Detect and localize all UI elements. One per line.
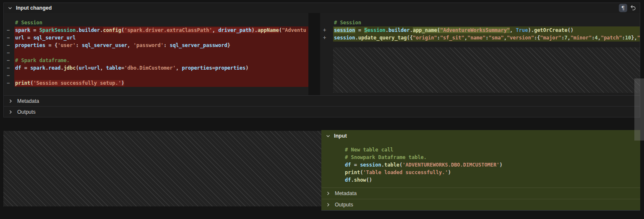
original-code: # Session−spark = SparkSession.builder.c… bbox=[4, 19, 308, 87]
code-line: −url = sql_server_url bbox=[4, 34, 308, 42]
added-cell-code[interactable]: # New table call# Snowpark Dataframe tab… bbox=[334, 146, 640, 184]
chevron-right-icon bbox=[326, 202, 331, 207]
minus-marker: − bbox=[7, 79, 10, 87]
diff-cell-input-changed: Input changed ¶ # Session−spark = SparkS… bbox=[3, 3, 640, 117]
code-line: −spark = SparkSession.builder.config('sp… bbox=[4, 26, 308, 34]
code-line: df = session.table('ADVENTUREWORKS.DBO.D… bbox=[334, 161, 640, 169]
minus-marker: − bbox=[7, 72, 10, 79]
minus-marker: − bbox=[7, 64, 10, 72]
toggle-whitespace-button[interactable]: ¶ bbox=[619, 4, 627, 12]
outputs-label: Outputs bbox=[17, 109, 36, 115]
code-line: # Session bbox=[320, 19, 640, 26]
code-line: +session.update_query_tag({"origin":"sf_… bbox=[320, 34, 640, 42]
code-line: # Snowpark Dataframe table. bbox=[334, 154, 640, 161]
code-line: −print('Session successfully setup.') bbox=[4, 79, 308, 87]
deleted-lines-placeholder bbox=[333, 47, 640, 93]
metadata-label: Metadata bbox=[17, 98, 39, 104]
metadata-section-row[interactable]: Metadata bbox=[4, 95, 640, 106]
outputs-label: Outputs bbox=[335, 202, 353, 208]
vertical-scrollbar-thumb[interactable] bbox=[634, 78, 644, 141]
metadata-label: Metadata bbox=[335, 190, 357, 196]
plus-marker: + bbox=[323, 34, 326, 42]
code-line: −properties = {'user': sql_server_user, … bbox=[4, 42, 308, 49]
code-line: # New table call bbox=[334, 146, 640, 154]
chevron-down-icon[interactable] bbox=[326, 133, 331, 138]
minus-marker: − bbox=[7, 49, 10, 57]
original-code-pane[interactable]: # Session−spark = SparkSession.builder.c… bbox=[4, 13, 308, 95]
metadata-section-row[interactable]: Metadata bbox=[321, 188, 640, 199]
minus-marker: − bbox=[7, 42, 10, 49]
minus-marker: − bbox=[7, 26, 10, 34]
cell-header-title: Input changed bbox=[16, 5, 52, 11]
pilcrow-icon: ¶ bbox=[621, 5, 625, 11]
code-line: print('Table loaded successfully.') bbox=[334, 169, 640, 176]
code-line: − bbox=[4, 72, 308, 79]
diff-cell-added: Input # New table call# Snowpark Datafra… bbox=[3, 130, 640, 211]
outputs-section-row[interactable]: Outputs bbox=[4, 106, 640, 117]
empty-original-placeholder bbox=[3, 131, 321, 206]
plus-marker: + bbox=[323, 26, 326, 34]
input-header[interactable]: Input bbox=[321, 130, 640, 142]
modified-code-pane[interactable]: # Session+session = Session.builder.app_… bbox=[320, 13, 640, 95]
diff-editors: # Session−spark = SparkSession.builder.c… bbox=[4, 13, 640, 95]
notebook-diff-view: Input changed ¶ # Session−spark = SparkS… bbox=[0, 0, 644, 219]
chevron-right-icon bbox=[326, 191, 331, 196]
minus-marker: − bbox=[7, 57, 10, 64]
added-cell: Input # New table call# Snowpark Datafra… bbox=[321, 130, 640, 211]
revert-cell-button[interactable] bbox=[629, 4, 637, 12]
code-line: +session = Session.builder.app_name("Adv… bbox=[320, 26, 640, 34]
chevron-down-icon[interactable] bbox=[8, 5, 13, 10]
code-line: −df = spark.read.jdbc(url=url, table='db… bbox=[4, 64, 308, 72]
code-line: − bbox=[4, 49, 308, 57]
chevron-right-icon bbox=[8, 110, 13, 115]
outputs-section-row[interactable]: Outputs bbox=[321, 199, 640, 210]
modified-code: # Session+session = Session.builder.app_… bbox=[320, 19, 640, 42]
cell-header-title: Input bbox=[334, 133, 347, 139]
input-changed-header[interactable]: Input changed ¶ bbox=[4, 3, 640, 13]
code-line: −# Spark dataframe. bbox=[4, 57, 308, 64]
discard-icon bbox=[630, 5, 636, 11]
code-line: # Session bbox=[4, 19, 308, 26]
code-line: df.show() bbox=[334, 176, 640, 184]
chevron-right-icon bbox=[8, 99, 13, 104]
minus-marker: − bbox=[7, 34, 10, 42]
